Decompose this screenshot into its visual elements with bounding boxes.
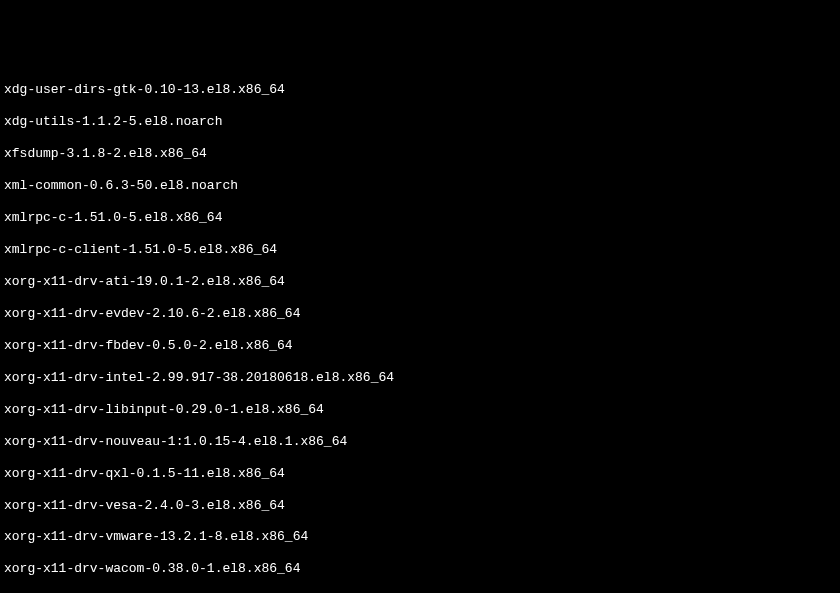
package-line: xdg-user-dirs-gtk-0.10-13.el8.x86_64	[4, 82, 836, 98]
package-line: xorg-x11-drv-wacom-0.38.0-1.el8.x86_64	[4, 561, 836, 577]
package-line: xfsdump-3.1.8-2.el8.x86_64	[4, 146, 836, 162]
package-line: xmlrpc-c-client-1.51.0-5.el8.x86_64	[4, 242, 836, 258]
package-line: xorg-x11-drv-libinput-0.29.0-1.el8.x86_6…	[4, 402, 836, 418]
package-line: xorg-x11-drv-ati-19.0.1-2.el8.x86_64	[4, 274, 836, 290]
package-line: xorg-x11-drv-fbdev-0.5.0-2.el8.x86_64	[4, 338, 836, 354]
package-line: xorg-x11-drv-intel-2.99.917-38.20180618.…	[4, 370, 836, 386]
package-line: xorg-x11-drv-vmware-13.2.1-8.el8.x86_64	[4, 529, 836, 545]
package-line: xml-common-0.6.3-50.el8.noarch	[4, 178, 836, 194]
terminal-output[interactable]: xdg-user-dirs-gtk-0.10-13.el8.x86_64 xdg…	[4, 66, 836, 593]
package-line: xdg-utils-1.1.2-5.el8.noarch	[4, 114, 836, 130]
package-line: xorg-x11-drv-qxl-0.1.5-11.el8.x86_64	[4, 466, 836, 482]
package-line: xmlrpc-c-1.51.0-5.el8.x86_64	[4, 210, 836, 226]
package-line: xorg-x11-drv-vesa-2.4.0-3.el8.x86_64	[4, 498, 836, 514]
package-line: xorg-x11-drv-nouveau-1:1.0.15-4.el8.1.x8…	[4, 434, 836, 450]
package-line: xorg-x11-drv-evdev-2.10.6-2.el8.x86_64	[4, 306, 836, 322]
